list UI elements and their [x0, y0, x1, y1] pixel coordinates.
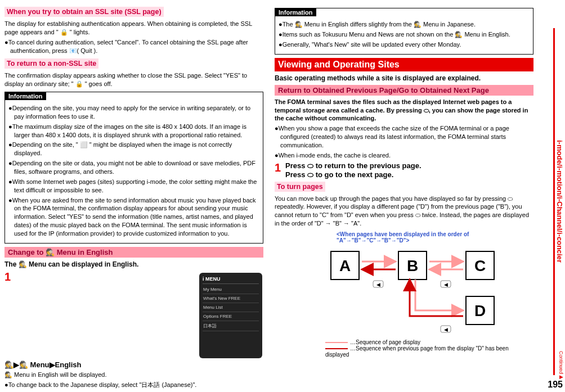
phone-menu-item: Options FREE [203, 312, 259, 321]
step-number: 1 [5, 271, 14, 283]
diagram-svg: A B C D ◀ [320, 246, 505, 336]
svg-text:◀: ◀ [444, 327, 448, 332]
phone-menu-item: My Menu [203, 285, 259, 294]
viewing-sub: Basic operating methods while a site is … [275, 74, 533, 83]
phone-screenshot: i MENU My Menu What's New FREE Menu List… [199, 273, 262, 358]
svg-text:C: C [474, 257, 486, 274]
step-number-r: 1 [275, 161, 284, 174]
return-para2: ●When you show a page that exceeds the c… [275, 124, 533, 150]
ssl-para1: The display for establishing authenticat… [5, 20, 263, 37]
phone-menu-item: 日本語 [203, 321, 259, 331]
info-title-1: Information [5, 92, 46, 100]
page-number: 195 [548, 380, 563, 390]
phone-menu-item: What's New FREE [203, 294, 259, 303]
legend-pink: …Sequence of page display [325, 339, 533, 345]
ssl-para2: ●To cancel during authentication, select… [5, 38, 263, 55]
info2-b2: ●Items such as Tokusuru Menu and News ar… [279, 30, 530, 39]
heading-ssl: When you try to obtain an SSL site (SSL … [5, 7, 164, 17]
info2-b1: ●The 🕵 Menu in English differs slightly … [279, 20, 530, 29]
step1-body2: ●To change back to the Japanese display,… [5, 381, 241, 389]
info1-b4: ●Depending on the site or data, you migh… [8, 159, 259, 176]
step1-body1: 🕵 Menu in English will be displayed. [5, 371, 241, 379]
step1r-b: Press ⬭ to go to the next page. [285, 170, 522, 179]
section-tab: i-mode/i-motion/i-Channel/i-concier [553, 28, 564, 375]
heading-return: Return to Obtained Previous Page/Go to O… [275, 85, 533, 96]
heading-turn: To turn pages [275, 182, 325, 192]
svg-text:A: A [339, 257, 351, 274]
info1-b6: ●When you are asked from the site to sen… [8, 196, 259, 238]
svg-text:B: B [407, 257, 418, 274]
info1-b2: ●The maximum display size of the images … [8, 123, 259, 139]
info-box-1: Information ●Depending on the site, you … [5, 92, 263, 244]
info-box-2: Information ●The 🕵 Menu in English diffe… [275, 8, 533, 55]
turn-para: You can move back up through the pages t… [275, 195, 533, 228]
legend-red: …Sequence when previous page from the di… [325, 345, 533, 358]
diagram-title: <When pages have been displayed in the o… [337, 231, 533, 244]
page-flow-diagram: <When pages have been displayed in the o… [292, 231, 533, 358]
phone-menu-item: Menu List [203, 303, 259, 312]
continued-indicator: Continued▶ [558, 351, 564, 380]
info1-b1: ●Depending on the site, you may need to … [8, 104, 259, 121]
step1r-a: Press ⬭ to return to the previous page. [285, 161, 522, 170]
heading-change-menu: Change to 🕵 Menu in English [5, 247, 263, 258]
info-title-2: Information [275, 8, 316, 16]
return-para3: ●When i-mode ends, the cache is cleared. [275, 151, 533, 160]
step1-title: 🕵▶🕵 Menu▶English [5, 361, 241, 369]
svg-text:D: D [474, 302, 486, 319]
svg-text:◀: ◀ [376, 282, 380, 287]
heading-viewing: Viewing and Operating Sites [275, 58, 533, 71]
phone-menu-title: i MENU [203, 276, 259, 284]
info1-b5: ●With some Internet web pages (sites) su… [8, 178, 259, 195]
heading-nonssl: To return to a non-SSL site [5, 58, 98, 69]
svg-text:◀: ◀ [444, 282, 448, 287]
info2-b3: ●Generally, "What's New" site will be up… [279, 40, 530, 49]
return-para1: The FOMA terminal saves the files such a… [275, 98, 533, 123]
info1-b3: ●Depending on the site, " ⬜ " might be d… [8, 141, 259, 157]
change-menu-sub: The 🕵 Menu can be displayed in English. [5, 260, 263, 269]
nonssl-para: The confirmation display appears asking … [5, 71, 263, 88]
